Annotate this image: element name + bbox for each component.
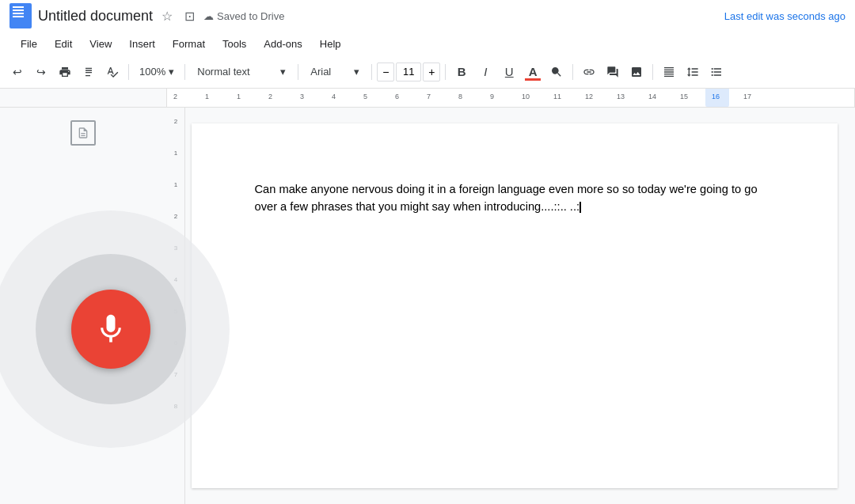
- redo-button[interactable]: ↪: [30, 61, 52, 83]
- document-text: Can make anyone nervous doing it in a fo…: [255, 183, 758, 213]
- menu-bar: File Edit View Insert Format Tools Add-o…: [0, 32, 855, 55]
- text-color-button[interactable]: A: [522, 61, 544, 83]
- ruler-main: 2 1 1 2 3 4 5 6 7 8 9 10 11 12 13 14 15 …: [166, 89, 855, 107]
- zoom-select[interactable]: 100% ▾: [134, 63, 180, 80]
- page-area: Can make anyone nervous doing it in a fo…: [185, 108, 843, 504]
- svg-text:1: 1: [174, 181, 178, 188]
- toolbar: ↩ ↪ 100% ▾ Normal text ▾ Arial ▾ − + B I…: [0, 55, 855, 89]
- separator-2: [184, 64, 185, 80]
- title-icons: ☆ ⊡ ☁ Saved to Drive: [159, 8, 284, 24]
- cloud-icon: ☁: [203, 10, 214, 22]
- svg-text:7: 7: [427, 93, 431, 100]
- menu-help[interactable]: Help: [312, 35, 349, 53]
- bold-button[interactable]: B: [450, 61, 473, 83]
- menu-tools[interactable]: Tools: [215, 35, 254, 53]
- separator-1: [128, 64, 129, 80]
- star-icon[interactable]: ☆: [159, 8, 175, 24]
- document-content[interactable]: Can make anyone nervous doing it in a fo…: [255, 180, 774, 215]
- svg-text:4: 4: [332, 93, 336, 100]
- separator-4: [371, 64, 372, 80]
- spell-check-button[interactable]: [101, 61, 124, 83]
- page-list-icon[interactable]: [70, 120, 96, 146]
- voice-inner-circle: [36, 254, 186, 404]
- svg-text:10: 10: [522, 93, 530, 100]
- menu-file[interactable]: File: [13, 35, 45, 53]
- line-spacing-button[interactable]: [682, 61, 704, 83]
- undo-button[interactable]: ↩: [6, 61, 28, 83]
- menu-format[interactable]: Format: [165, 35, 213, 53]
- separator-5: [445, 64, 446, 80]
- doc-icon: [10, 3, 32, 28]
- doc-title: Untitled document: [38, 8, 153, 25]
- paint-format-button[interactable]: [78, 61, 100, 83]
- comment-button[interactable]: [602, 61, 624, 83]
- svg-text:12: 12: [585, 93, 593, 100]
- menu-edit[interactable]: Edit: [47, 35, 80, 53]
- font-value: Arial: [310, 66, 331, 78]
- zoom-arrow: ▾: [169, 66, 174, 78]
- mic-icon: [93, 312, 128, 347]
- text-color-icon: A: [529, 65, 538, 78]
- image-button[interactable]: [625, 61, 648, 83]
- cloud-status: ☁ Saved to Drive: [203, 10, 284, 22]
- list-button[interactable]: [705, 61, 728, 83]
- voice-overlay: [0, 210, 230, 448]
- saved-status: Saved to Drive: [217, 10, 284, 22]
- right-panel: [843, 108, 855, 504]
- svg-text:13: 13: [617, 93, 625, 100]
- style-value: Normal text: [197, 66, 249, 78]
- svg-text:2: 2: [174, 213, 178, 220]
- ruler-left-margin: [0, 89, 166, 107]
- font-size-control: − +: [377, 63, 440, 81]
- svg-rect-19: [705, 89, 729, 107]
- style-arrow: ▾: [280, 66, 286, 78]
- highlight-button[interactable]: [545, 61, 568, 83]
- print-button[interactable]: [54, 61, 76, 83]
- separator-3: [298, 64, 298, 80]
- svg-text:11: 11: [553, 93, 561, 100]
- svg-text:1: 1: [205, 93, 209, 100]
- document-page: Can make anyone nervous doing it in a fo…: [192, 123, 838, 488]
- svg-text:1: 1: [174, 150, 178, 157]
- font-size-input[interactable]: [396, 63, 421, 81]
- voice-record-button[interactable]: [71, 290, 150, 369]
- svg-text:2: 2: [173, 93, 177, 100]
- svg-text:1: 1: [237, 93, 241, 100]
- menu-addons[interactable]: Add-ons: [256, 35, 310, 53]
- separator-7: [652, 64, 653, 80]
- svg-text:14: 14: [648, 93, 656, 100]
- align-button[interactable]: [658, 61, 680, 83]
- link-button[interactable]: [578, 61, 600, 83]
- italic-button[interactable]: I: [474, 61, 496, 83]
- title-bar: Untitled document ☆ ⊡ ☁ Saved to Drive L…: [0, 0, 855, 32]
- svg-text:17: 17: [743, 93, 751, 100]
- svg-text:2: 2: [268, 93, 272, 100]
- left-margin: [0, 108, 166, 504]
- font-arrow: ▾: [354, 66, 359, 78]
- svg-text:9: 9: [490, 93, 494, 100]
- separator-6: [572, 64, 573, 80]
- svg-text:15: 15: [680, 93, 688, 100]
- style-select[interactable]: Normal text ▾: [190, 63, 293, 80]
- last-edit-link[interactable]: Last edit was seconds ago: [724, 10, 846, 22]
- svg-text:2: 2: [174, 118, 178, 125]
- ruler-svg: 2 1 1 2 3 4 5 6 7 8 9 10 11 12 13 14 15 …: [167, 89, 854, 107]
- svg-text:3: 3: [300, 93, 304, 100]
- menu-insert[interactable]: Insert: [121, 35, 163, 53]
- ruler: 2 1 1 2 3 4 5 6 7 8 9 10 11 12 13 14 15 …: [0, 89, 855, 108]
- svg-text:6: 6: [395, 93, 399, 100]
- font-select[interactable]: Arial ▾: [303, 63, 367, 80]
- folder-icon[interactable]: ⊡: [181, 8, 197, 24]
- zoom-value: 100%: [139, 66, 165, 78]
- svg-text:8: 8: [458, 93, 462, 100]
- svg-text:5: 5: [363, 93, 367, 100]
- underline-button[interactable]: U: [498, 61, 520, 83]
- text-cursor: [580, 202, 581, 213]
- menu-view[interactable]: View: [82, 35, 120, 53]
- main-area: 2 1 1 2 3 4 5 6 7 8 Can make anyone nerv…: [0, 108, 855, 504]
- font-size-increase[interactable]: +: [423, 63, 440, 81]
- font-size-decrease[interactable]: −: [377, 63, 394, 81]
